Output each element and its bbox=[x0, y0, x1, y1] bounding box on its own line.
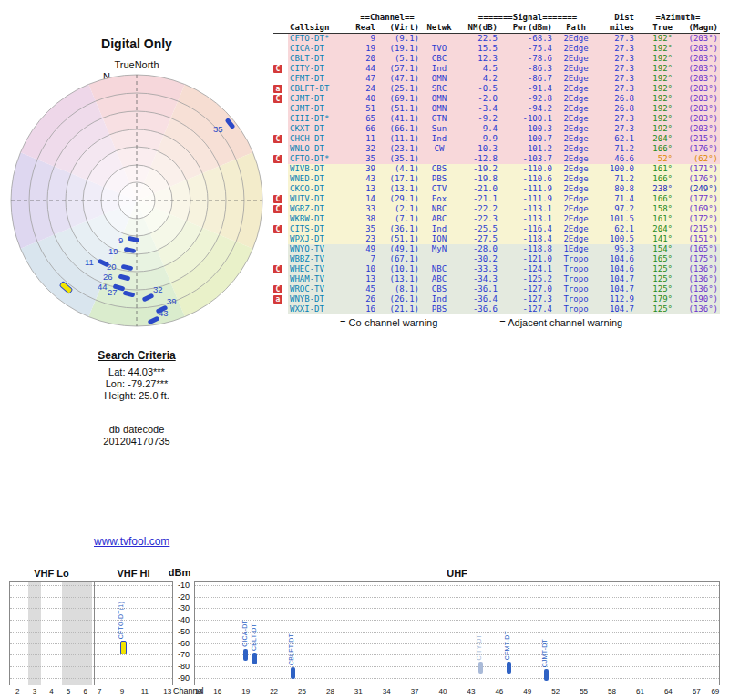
channel-marker[interactable] bbox=[128, 236, 140, 243]
virtual-channel-cell: (66.1) bbox=[377, 124, 421, 134]
power-cell: -110.0 bbox=[499, 164, 554, 174]
path-cell: 2Edge bbox=[554, 234, 598, 244]
station-row[interactable]: CCHCH-DT11(11.1)Ind-9.9-100.72Edge62.120… bbox=[273, 134, 720, 144]
network-cell: Ind bbox=[421, 64, 457, 74]
warning-cell: C bbox=[273, 94, 288, 104]
station-row[interactable]: CBLT-DT20(5.1)CBC12.3-78.62Edge27.3192°(… bbox=[273, 54, 720, 64]
distance-cell: 27.3 bbox=[598, 84, 636, 94]
selected-channel-marker[interactable] bbox=[59, 281, 74, 294]
station-row[interactable]: WKBW-DT38(7.1)ABC-22.3-113.12Edge101.516… bbox=[273, 214, 720, 224]
station-row[interactable]: WNYO-TV49(49.1)MyN-28.0-118.81Edge95.315… bbox=[273, 244, 720, 254]
warning-cell: C bbox=[273, 194, 288, 204]
station-row[interactable]: CWUTV-DT14(29.1)Fox-21.1-111.92Edge71.41… bbox=[273, 194, 720, 204]
station-row[interactable]: CWHEC-TV10(10.1)NBC-33.3-124.1Tropo104.6… bbox=[273, 264, 720, 274]
station-row[interactable]: WNED-DT43(17.1)PBS-19.8-110.62Edge71.216… bbox=[273, 174, 720, 184]
channel-marker[interactable] bbox=[225, 118, 236, 129]
real-channel-cell: 11 bbox=[354, 134, 377, 144]
callsign-cell: WNLO-DT bbox=[288, 144, 354, 154]
search-criteria-heading: Search Criteria bbox=[0, 350, 273, 362]
station-row[interactable]: CKCO-DT13(13.1)CTV-21.0-111.92Edge80.823… bbox=[273, 184, 720, 194]
noise-margin-cell: 4.5 bbox=[457, 64, 499, 74]
station-row[interactable]: CCJMT-DT40(69.1)OMN-2.0-92.82Edge26.8192… bbox=[273, 94, 720, 104]
distance-cell: 27.3 bbox=[598, 114, 636, 124]
station-row[interactable]: CCFTO-DT*35(35.1)-12.8-103.72Edge46.652°… bbox=[273, 154, 720, 164]
callsign-cell: CKCO-DT bbox=[288, 184, 354, 194]
station-row[interactable]: WXXI-DT16(21.1)PBS-36.6-127.4Tropo104.71… bbox=[273, 304, 720, 314]
col-pwr: Pwr(dBm) bbox=[499, 23, 554, 34]
channel-axis-label: Channel bbox=[173, 686, 204, 695]
callsign-cell: CIII-DT* bbox=[288, 114, 354, 124]
network-cell: CBS bbox=[421, 164, 457, 174]
true-azimuth-cell: 204° bbox=[636, 134, 674, 144]
distance-cell: 46.6 bbox=[598, 154, 636, 164]
true-azimuth-cell: 192° bbox=[636, 34, 674, 45]
channel-marker[interactable] bbox=[118, 274, 131, 282]
noise-margin-cell: -33.3 bbox=[457, 264, 499, 274]
channel-marker[interactable] bbox=[121, 264, 134, 272]
real-channel-cell: 35 bbox=[354, 154, 377, 164]
network-cell: ABC bbox=[421, 274, 457, 284]
virtual-channel-cell: (41.1) bbox=[377, 114, 421, 124]
real-channel-cell: 47 bbox=[354, 74, 377, 84]
station-row[interactable]: CCITY-DT44(57.1)Ind4.5-86.32Edge27.3192°… bbox=[273, 64, 720, 74]
tvfool-link[interactable]: www.tvfool.com bbox=[94, 535, 169, 548]
path-cell: Tropo bbox=[554, 264, 598, 274]
station-row[interactable]: WPXJ-DT23(51.1)ION-27.5-118.42Edge100.51… bbox=[273, 234, 720, 244]
magnetic-azimuth-cell: (215°) bbox=[674, 224, 720, 234]
channel-marker[interactable] bbox=[148, 315, 160, 324]
azimuth-group-header: =Azimuth= bbox=[636, 13, 720, 23]
noise-margin-cell: -9.2 bbox=[457, 114, 499, 124]
true-azimuth-cell: 192° bbox=[636, 44, 674, 54]
warning-cell: C bbox=[273, 154, 288, 164]
true-azimuth-cell: 125° bbox=[636, 284, 674, 294]
station-row[interactable]: WHAM-TV13(13.1)ABC-34.3-125.2Tropo104.71… bbox=[273, 274, 720, 284]
channel-marker-label: 11 bbox=[85, 257, 94, 267]
col-callsign: Callsign bbox=[288, 23, 354, 34]
path-cell: 2Edge bbox=[554, 94, 598, 104]
noise-margin-cell: -30.2 bbox=[457, 254, 499, 264]
station-row[interactable]: CWGRZ-DT33(2.1)NBC-22.2-113.12Edge97.215… bbox=[273, 204, 720, 214]
co-channel-legend-text: = Co-channel warning bbox=[340, 317, 437, 328]
channel-tick-label: 34 bbox=[379, 687, 394, 695]
channel-marker-label: 19 bbox=[108, 246, 118, 256]
path-cell: Tropo bbox=[554, 294, 598, 304]
callsign-cell: CBLT-DT bbox=[288, 54, 354, 64]
warning-cell bbox=[273, 174, 288, 184]
noise-margin-cell: 22.5 bbox=[457, 34, 499, 45]
channel-marker[interactable] bbox=[142, 293, 155, 302]
noise-margin-cell: -22.3 bbox=[457, 214, 499, 224]
datecode-label: db datecode bbox=[0, 424, 273, 436]
path-cell: 2Edge bbox=[554, 224, 598, 234]
station-row[interactable]: WBBZ-TV7(67.1)-30.2-121.0Tropo104.6165°(… bbox=[273, 254, 720, 264]
channel-tick-label: 40 bbox=[436, 687, 450, 695]
station-row[interactable]: CICA-DT19(19.1)TVO15.5-75.42Edge27.3192°… bbox=[273, 44, 720, 54]
callsign-cell: CJMT-DT bbox=[288, 104, 354, 114]
network-cell: ABC bbox=[421, 214, 457, 224]
station-row[interactable]: CCITS-DT35(36.1)Ind-25.5-116.42Edge62.12… bbox=[273, 224, 720, 234]
channel-tick-label: 52 bbox=[549, 687, 563, 695]
power-cell: -86.7 bbox=[499, 74, 554, 84]
channel-marker[interactable] bbox=[124, 247, 137, 254]
network-cell bbox=[421, 34, 457, 45]
power-cell: -127.3 bbox=[499, 294, 554, 304]
station-row[interactable]: aWNYB-DT26(26.1)Ind-36.4-127.3Tropo112.9… bbox=[273, 294, 720, 304]
station-row[interactable]: CFMT-DT47(47.1)OMN4.2-86.72Edge27.3192°(… bbox=[273, 74, 720, 84]
station-row[interactable]: CIII-DT*65(41.1)GTN-9.2-100.12Edge27.319… bbox=[273, 114, 720, 124]
magnetic-azimuth-cell: (165°) bbox=[674, 244, 720, 254]
virtual-channel-cell: (9.1) bbox=[377, 34, 421, 45]
station-row[interactable]: CFTO-DT*9(9.1)22.5-68.32Edge27.3192°(203… bbox=[273, 34, 720, 45]
path-cell: 2Edge bbox=[554, 144, 598, 154]
station-row[interactable]: CJMT-DT51(51.1)OMN-3.4-94.22Edge26.8192°… bbox=[273, 104, 720, 114]
station-row[interactable]: aCBLFT-DT24(25.1)SRC-0.5-91.42Edge27.319… bbox=[273, 84, 720, 94]
station-row[interactable]: WNLO-DT32(23.1)CW-10.3-101.22Edge71.2166… bbox=[273, 144, 720, 154]
network-cell: Ind bbox=[421, 294, 457, 304]
station-row[interactable]: CKXT-DT66(66.1)Sun-9.4-100.32Edge27.3192… bbox=[273, 124, 720, 134]
real-channel-cell: 65 bbox=[354, 114, 377, 124]
station-row[interactable]: WIVB-DT39(4.1)CBS-19.2-110.02Edge100.016… bbox=[273, 164, 720, 174]
network-cell: SRC bbox=[421, 84, 457, 94]
station-row[interactable]: CWROC-TV45(8.1)CBS-36.1-127.0Tropo104.71… bbox=[273, 284, 720, 294]
real-channel-cell: 49 bbox=[354, 244, 377, 254]
channel-marker[interactable] bbox=[123, 291, 136, 298]
distance-cell: 26.8 bbox=[598, 94, 636, 104]
warning-cell bbox=[273, 144, 288, 154]
